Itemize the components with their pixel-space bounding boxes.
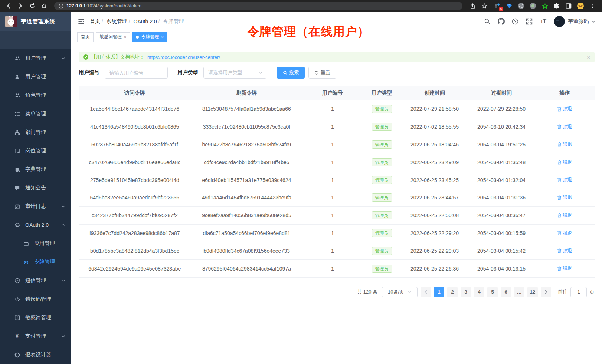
next-page-button[interactable]: [541, 287, 551, 297]
tab[interactable]: 令牌管理 ×: [132, 32, 167, 42]
bookmark-star-icon[interactable]: [480, 1, 489, 11]
table-row: 41c41346a548490f9dc8b01c6bfe0865 333ecfc…: [79, 118, 595, 136]
prev-page-button[interactable]: [421, 287, 431, 297]
url-bar[interactable]: 127.0.0.1:1024/system/oauth2/token: [54, 2, 462, 10]
avatar: [554, 16, 565, 27]
table-header-cell: 创建时间: [401, 90, 468, 96]
force-logout-button[interactable]: 强退: [557, 194, 572, 201]
sidebar-item-label: 应用管理: [34, 240, 65, 247]
breadcrumb-item[interactable]: 首页: [90, 18, 100, 24]
breadcrumb-item[interactable]: OAuth 2.0: [134, 19, 157, 24]
alert-text: 【用户体系】文档地址：: [91, 54, 144, 60]
page-button[interactable]: 4: [474, 287, 484, 297]
command-circle-icon[interactable]: [517, 2, 525, 10]
tab-close-icon[interactable]: ×: [124, 35, 126, 39]
cell-created-time: 2022-06-26 18:04:46: [401, 142, 468, 148]
cell-access-token: b0d1785bc3a8482f812db4a3f3bd15ec: [79, 248, 191, 254]
force-logout-button[interactable]: 强退: [557, 123, 572, 130]
tab[interactable]: 首页: [77, 32, 94, 42]
sidebar-item[interactable]: 字典管理: [0, 160, 71, 179]
search-button[interactable]: 搜索: [277, 67, 305, 79]
force-logout-button[interactable]: 强退: [557, 106, 572, 112]
page-button[interactable]: 6: [501, 287, 511, 297]
force-logout-button[interactable]: 强退: [557, 248, 572, 254]
sidebar-item[interactable]: 短信管理: [0, 271, 71, 290]
sidebar-item[interactable]: 审计日志: [0, 197, 71, 216]
sidebar-item-label: 字典管理: [25, 166, 65, 173]
force-logout-button[interactable]: 强退: [557, 212, 572, 219]
sidebar-panel-icon[interactable]: [565, 2, 572, 10]
user-id-input[interactable]: [105, 67, 168, 79]
sidebar-item[interactable]: 菜单管理: [0, 105, 71, 123]
info-icon[interactable]: [59, 4, 63, 9]
sidebar-item[interactable]: 部门管理: [0, 123, 71, 142]
help-icon[interactable]: [511, 18, 519, 25]
sidebar-item[interactable]: 角色管理: [0, 86, 71, 105]
green-star-icon[interactable]: [541, 2, 549, 10]
page-button[interactable]: 1: [434, 287, 444, 297]
goto-page-input[interactable]: [570, 287, 587, 297]
page-button[interactable]: 5: [487, 287, 498, 297]
refresh-icon[interactable]: [27, 1, 37, 11]
sidebar-item[interactable]: 岗位管理: [0, 142, 71, 160]
force-logout-button[interactable]: 强退: [557, 230, 572, 236]
fontsize-icon[interactable]: TT: [540, 18, 547, 25]
sidebar-item[interactable]: 令牌管理: [0, 253, 71, 271]
doc-link[interactable]: https://doc.iocoder.cn/user-center/: [147, 54, 220, 60]
profile-smiley-icon[interactable]: [577, 2, 584, 10]
github-icon[interactable]: [497, 18, 505, 25]
breadcrumb-item: 令牌管理: [163, 18, 184, 24]
extensions-grid-icon[interactable]: 9: [494, 2, 501, 10]
sidebar-item[interactable]: OAuth 2.0: [0, 216, 71, 234]
page-ellipsis[interactable]: …: [514, 287, 524, 297]
page-size-select[interactable]: 10条/页: [382, 287, 418, 297]
extension-badge: 9: [499, 7, 503, 11]
tab-close-icon[interactable]: ×: [161, 35, 163, 39]
force-logout-label: 强退: [563, 194, 572, 201]
sidebar-item[interactable]: 报表设计器: [0, 345, 71, 364]
breadcrumb: 首页 / 系统管理 / OAuth 2.0 / 令牌管理: [90, 18, 184, 25]
forward-icon[interactable]: [16, 1, 25, 11]
fullscreen-icon[interactable]: [526, 18, 533, 25]
collapse-sidebar-icon[interactable]: [78, 18, 85, 25]
alert-close-icon[interactable]: ×: [587, 54, 590, 60]
user-type-select[interactable]: 请选择用户类型: [203, 67, 266, 79]
sidebar-item-label: 敏感词管理: [25, 314, 65, 321]
overflow-menu-icon[interactable]: [589, 2, 596, 10]
share-icon[interactable]: [468, 1, 477, 11]
page-button[interactable]: 2: [447, 287, 458, 297]
puzzle-icon[interactable]: [553, 2, 560, 10]
app-logo-row[interactable]: 芋道管理系统: [0, 12, 71, 31]
force-logout-button[interactable]: 强退: [557, 141, 572, 148]
sidebar-item[interactable]: ¥ 支付管理: [0, 327, 71, 345]
record-circle-icon[interactable]: [529, 2, 537, 10]
home-icon[interactable]: [39, 1, 49, 11]
sidebar-item[interactable]: 租户管理: [0, 49, 71, 67]
gem-icon[interactable]: [506, 2, 513, 10]
sidebar-item-label: 审计日志: [25, 203, 56, 210]
back-icon[interactable]: [4, 1, 13, 11]
sidebar-bottom-section: [0, 31, 71, 49]
force-logout-button[interactable]: 强退: [557, 159, 572, 166]
reset-button[interactable]: 重置: [308, 67, 336, 79]
sidebar-item[interactable]: 敏感词管理: [0, 308, 71, 327]
force-logout-label: 强退: [563, 212, 572, 219]
force-logout-button[interactable]: 强退: [557, 176, 572, 183]
sidebar-item-label: OAuth 2.0: [25, 222, 56, 228]
errorcode-icon: [14, 296, 20, 302]
sidebar-item[interactable]: 应用管理: [0, 234, 71, 253]
sidebar-item[interactable]: 错误码管理: [0, 290, 71, 308]
breadcrumb-item[interactable]: 系统管理: [107, 18, 127, 24]
user-menu[interactable]: 芋道源码: [554, 16, 595, 27]
user-type-tag: 管理员: [372, 105, 392, 113]
tab[interactable]: 敏感词管理 ×: [96, 32, 130, 42]
page-button[interactable]: 3: [461, 287, 471, 297]
page-button[interactable]: 12: [527, 287, 538, 297]
force-logout-button[interactable]: 强退: [557, 265, 572, 272]
force-logout-label: 强退: [563, 123, 572, 130]
report-icon: [14, 352, 20, 358]
breadcrumb-separator: /: [127, 18, 130, 24]
sidebar-item[interactable]: 用户管理: [0, 67, 71, 86]
sidebar-item[interactable]: 通知公告: [0, 179, 71, 197]
search-icon[interactable]: [483, 18, 491, 25]
